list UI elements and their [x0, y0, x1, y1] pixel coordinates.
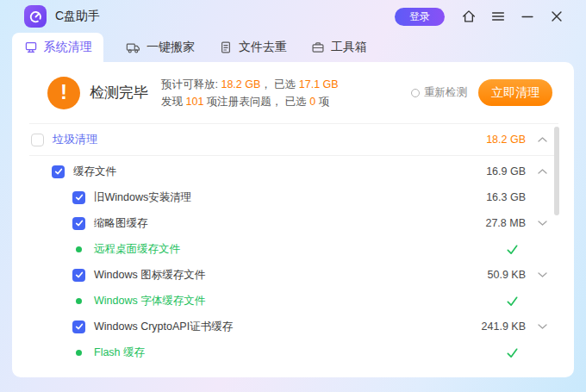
tab-one-key-move[interactable]: 一键搬家 — [124, 33, 196, 62]
summary-line-2: 发现 101 项注册表问题， 已选 0 项 — [161, 93, 339, 110]
tab-label: 文件去重 — [239, 40, 287, 55]
tab-label: 系统清理 — [44, 40, 92, 55]
status-banner: ! 检测完毕 预计可释放: 18.2 GB， 已选 17.1 GB 发现 101… — [12, 62, 574, 123]
item-label: 缩略图缓存 — [94, 216, 148, 231]
titlebar: C盘助手 登录 — [0, 0, 586, 33]
checkbox-checked[interactable] — [52, 165, 65, 178]
item-label: Flash 缓存 — [94, 345, 145, 360]
tab-toolbox[interactable]: 工具箱 — [309, 33, 369, 62]
recheck-label: 重新检测 — [424, 85, 467, 100]
status-title: 检测完毕 — [90, 83, 148, 103]
item-label: Windows 字体缓存文件 — [94, 294, 205, 308]
item-label: 缓存文件 — [73, 165, 116, 179]
tab-file-dedup[interactable]: 文件去重 — [217, 33, 289, 62]
checkbox-checked[interactable] — [72, 217, 85, 230]
chevron-down-icon[interactable] — [536, 324, 548, 329]
list-item-cache-files[interactable]: 缓存文件 16.9 GB — [12, 159, 574, 184]
menu-icon[interactable] — [489, 8, 507, 25]
warning-icon: ! — [47, 77, 80, 109]
item-label: 远程桌面缓存文件 — [94, 242, 180, 257]
login-button[interactable]: 登录 — [395, 8, 445, 26]
list-item-flash-cache[interactable]: Flash 缓存 — [12, 339, 574, 365]
truck-icon — [126, 40, 140, 55]
chevron-up-icon[interactable] — [536, 137, 548, 142]
window-controls — [460, 8, 565, 25]
checkbox-checked[interactable] — [72, 269, 85, 282]
item-size: 16.9 GB — [486, 165, 526, 177]
item-label: 旧Windows安装清理 — [94, 190, 191, 205]
recheck-icon — [411, 89, 420, 97]
group-label: 垃圾清理 — [53, 132, 97, 147]
tab-label: 一键搬家 — [146, 40, 195, 55]
item-size: 16.3 GB — [486, 191, 526, 203]
list-item-old-windows[interactable]: 旧Windows安装清理 16.3 GB — [12, 184, 574, 210]
toolbox-icon — [311, 40, 325, 54]
item-size: 241.9 KB — [482, 320, 526, 333]
group-size: 18.2 GB — [486, 134, 526, 146]
done-check-icon — [506, 243, 519, 256]
list-item-thumbnail-cache[interactable]: 缩略图缓存 27.8 MB — [12, 210, 574, 236]
close-icon[interactable] — [548, 8, 565, 25]
scan-summary: 预计可释放: 18.2 GB， 已选 17.1 GB 发现 101 项注册表问题… — [161, 76, 339, 110]
group-checkbox[interactable] — [31, 134, 44, 146]
green-dot-icon — [76, 350, 82, 356]
main-panel: ! 检测完毕 预计可释放: 18.2 GB， 已选 17.1 GB 发现 101… — [12, 62, 574, 377]
scrollbar-thumb[interactable] — [554, 127, 559, 215]
group-row-garbage-clean[interactable]: 垃圾清理 18.2 GB — [12, 124, 574, 155]
recheck-button[interactable]: 重新检测 — [411, 85, 467, 100]
list-item-windows-font-cache[interactable]: Windows 字体缓存文件 — [12, 288, 574, 314]
tab-label: 工具箱 — [331, 40, 367, 55]
item-label: Windows CryptoAPI证书缓存 — [94, 320, 233, 334]
home-icon[interactable] — [460, 8, 477, 25]
list-item-windows-icon-cache[interactable]: Windows 图标缓存文件 50.9 KB — [12, 262, 574, 288]
list-item-remote-desktop-cache[interactable]: 远程桌面缓存文件 — [12, 236, 574, 262]
tab-system-clean[interactable]: 系统清理 — [12, 33, 103, 62]
chevron-down-icon[interactable] — [536, 272, 548, 277]
item-size: 50.9 KB — [488, 269, 526, 281]
releasable-size: 18.2 GB — [221, 78, 260, 90]
checkbox-checked[interactable] — [72, 320, 85, 333]
selected-size: 17.1 GB — [299, 78, 339, 90]
tabbar: 系统清理 一键搬家 文件去重 工具箱 — [12, 33, 369, 62]
green-dot-icon — [76, 246, 82, 252]
item-label: Windows 图标缓存文件 — [94, 268, 205, 283]
done-check-icon — [506, 295, 519, 308]
cleanup-item-list: 缓存文件 16.9 GB 旧Windows安装清理 16.3 GB 缩略图缓存 … — [12, 156, 574, 365]
registry-issue-count: 101 — [185, 96, 203, 108]
item-size: 27.8 MB — [485, 217, 526, 229]
minimize-icon[interactable] — [519, 8, 536, 25]
document-icon — [219, 40, 233, 54]
summary-line-1: 预计可释放: 18.2 GB， 已选 17.1 GB — [161, 76, 339, 93]
list-item-cryptoapi-cache[interactable]: Windows CryptoAPI证书缓存 241.9 KB — [12, 314, 574, 339]
green-dot-icon — [76, 298, 82, 304]
app-title: C盘助手 — [55, 9, 100, 24]
checkbox-checked[interactable] — [72, 191, 85, 204]
chevron-down-icon[interactable] — [536, 221, 548, 226]
monitor-icon — [24, 40, 38, 54]
clean-now-button[interactable]: 立即清理 — [478, 79, 552, 106]
app-logo-gauge-icon — [24, 5, 47, 28]
chevron-up-icon[interactable] — [536, 169, 548, 174]
done-check-icon — [506, 346, 519, 359]
